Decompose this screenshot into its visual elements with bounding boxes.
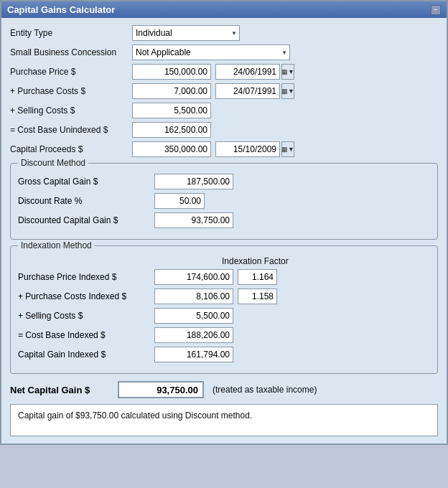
net-capital-gain-input[interactable] [118,381,204,398]
cost-base-row: = Cost Base Unindexed $ [10,122,438,138]
purchase-costs-indexed-row: + Purchase Costs Indexed $ [18,288,430,304]
net-capital-gain-row: Net Capital Gain $ (treated as taxable i… [10,381,438,398]
selling-costs-indexed-row: + Selling Costs $ [18,308,430,324]
purchase-price-calendar-button[interactable]: ▦▼ [281,64,294,80]
indexation-factor-label: Indexation Factor [222,256,289,266]
purchase-price-row: Purchase Price $ ▦▼ [10,64,438,80]
purchase-costs-row: + Purchase Costs $ ▦▼ [10,83,438,99]
purchase-price-input[interactable] [132,64,211,80]
net-capital-gain-note: (treated as taxable income) [213,385,317,395]
purchase-price-indexed-input[interactable] [154,269,233,285]
purchase-price-indexed-label: Purchase Price Indexed $ [18,272,154,282]
gross-gain-input[interactable] [154,174,233,189]
selling-costs-row: + Selling Costs $ [10,103,438,118]
purchase-costs-label: + Purchase Costs $ [10,86,132,96]
purchase-costs-calendar-button[interactable]: ▦▼ [281,83,294,99]
capital-gain-indexed-row: Capital Gain Indexed $ [18,347,430,362]
purchase-price-indexed-factor[interactable] [238,269,277,285]
discount-rate-row: Discount Rate % [18,193,430,209]
result-box: Capital gain of $93,750.00 calculated us… [10,404,438,436]
window-title: Capital Gains Calculator [7,4,115,15]
purchase-costs-indexed-label: + Purchase Costs Indexed $ [18,291,154,301]
selling-costs-input[interactable] [132,103,211,118]
entity-type-select-wrapper: Individual [132,25,240,41]
cost-base-label: = Cost Base Unindexed $ [10,125,132,135]
entity-type-label: Entity Type [10,28,132,38]
gross-gain-row: Gross Capital Gain $ [18,174,430,189]
capital-proceeds-calendar-button[interactable]: ▦▼ [281,141,294,157]
purchase-costs-date-input[interactable] [215,83,280,99]
capital-proceeds-row: Capital Proceeds $ ▦▼ [10,141,438,157]
selling-costs-indexed-label: + Selling Costs $ [18,311,154,321]
gross-gain-label: Gross Capital Gain $ [18,177,154,187]
indexation-method-section: Indexation Method Indexation Factor Purc… [10,245,438,374]
small-business-row: Small Business Concession Not Applicable [10,44,438,60]
discounted-gain-label: Discounted Capital Gain $ [18,215,154,225]
discounted-gain-row: Discounted Capital Gain $ [18,212,430,228]
cost-base-indexed-input[interactable] [154,327,233,343]
discount-rate-label: Discount Rate % [18,196,154,206]
discount-method-title: Discount Method [18,158,88,168]
cost-base-indexed-label: = Cost Base Indexed $ [18,330,154,340]
capital-proceeds-input[interactable] [132,141,211,157]
selling-costs-label: + Selling Costs $ [10,105,132,116]
main-window: Capital Gains Calculator − Entity Type I… [0,0,448,445]
cost-base-indexed-row: = Cost Base Indexed $ [18,327,430,343]
purchase-costs-indexed-factor[interactable] [238,288,277,304]
purchase-price-date-input[interactable] [215,64,280,80]
discounted-gain-input[interactable] [154,212,233,228]
purchase-costs-input[interactable] [132,83,211,99]
discount-method-section: Discount Method Gross Capital Gain $ Dis… [10,163,438,240]
purchase-price-label: Purchase Price $ [10,67,132,77]
small-business-select-wrapper: Not Applicable [132,44,290,60]
capital-proceeds-date-input[interactable] [215,141,280,157]
indexation-factor-header: Indexation Factor [18,256,430,266]
result-text: Capital gain of $93,750.00 calculated us… [18,410,252,421]
entity-type-select[interactable]: Individual [132,25,240,41]
entity-type-row: Entity Type Individual [10,25,438,41]
small-business-select[interactable]: Not Applicable [132,44,290,60]
purchase-costs-indexed-input[interactable] [154,288,233,304]
discount-rate-input[interactable] [154,193,205,209]
small-business-label: Small Business Concession [10,47,132,57]
capital-gain-indexed-input[interactable] [154,347,233,362]
net-capital-gain-label: Net Capital Gain $ [10,385,118,395]
title-bar: Capital Gains Calculator − [1,1,447,18]
cost-base-input[interactable] [132,122,211,138]
capital-proceeds-label: Capital Proceeds $ [10,144,132,154]
capital-gain-indexed-label: Capital Gain Indexed $ [18,349,154,360]
purchase-price-indexed-row: Purchase Price Indexed $ [18,269,430,285]
selling-costs-indexed-input[interactable] [154,308,233,324]
indexation-method-title: Indexation Method [18,240,95,250]
minimize-button[interactable]: − [431,5,441,15]
